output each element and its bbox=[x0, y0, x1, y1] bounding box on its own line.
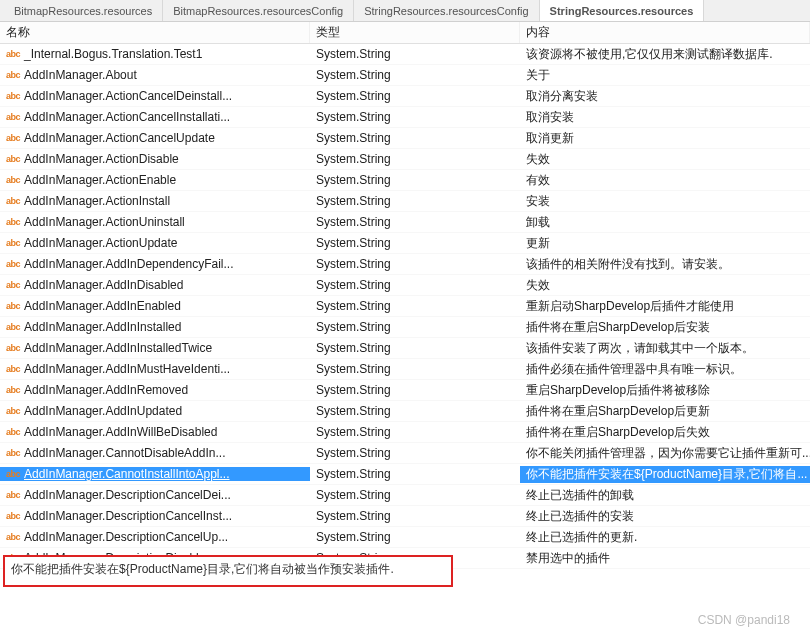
cell-content[interactable]: 你不能关闭插件管理器，因为你需要它让插件重新可... bbox=[520, 445, 810, 462]
cell-name[interactable]: abcAddInManager.AddInInstalled bbox=[0, 320, 310, 334]
cell-type[interactable]: System.String bbox=[310, 404, 520, 418]
cell-type[interactable]: System.String bbox=[310, 89, 520, 103]
table-row[interactable]: abcAddInManager.AddInDependencyFail...Sy… bbox=[0, 254, 810, 275]
cell-content[interactable]: 失效 bbox=[520, 277, 810, 294]
cell-name[interactable]: abcAddInManager.ActionCancelDeinstall... bbox=[0, 89, 310, 103]
table-row[interactable]: abcAddInManager.CannotInstallIntoAppl...… bbox=[0, 464, 810, 485]
cell-content[interactable]: 取消更新 bbox=[520, 130, 810, 147]
cell-type[interactable]: System.String bbox=[310, 362, 520, 376]
table-row[interactable]: abcAddInManager.AddInInstalledSystem.Str… bbox=[0, 317, 810, 338]
cell-content[interactable]: 该资源将不被使用,它仅仅用来测试翻译数据库. bbox=[520, 46, 810, 63]
table-row[interactable]: abcAddInManager.AddInMustHaveIdenti...Sy… bbox=[0, 359, 810, 380]
cell-type[interactable]: System.String bbox=[310, 152, 520, 166]
cell-content[interactable]: 有效 bbox=[520, 172, 810, 189]
cell-name[interactable]: abcAddInManager.AddInRemoved bbox=[0, 383, 310, 397]
cell-type[interactable]: System.String bbox=[310, 530, 520, 544]
cell-name[interactable]: abcAddInManager.DescriptionCancelUp... bbox=[0, 530, 310, 544]
tab-1[interactable]: BitmapResources.resourcesConfig bbox=[163, 0, 354, 21]
table-row[interactable]: abcAddInManager.ActionUninstallSystem.St… bbox=[0, 212, 810, 233]
cell-type[interactable]: System.String bbox=[310, 383, 520, 397]
table-row[interactable]: abcAddInManager.ActionCancelDeinstall...… bbox=[0, 86, 810, 107]
cell-name[interactable]: abcAddInManager.ActionEnable bbox=[0, 173, 310, 187]
tab-2[interactable]: StringResources.resourcesConfig bbox=[354, 0, 539, 21]
table-row[interactable]: abcAddInManager.AddInDisabledSystem.Stri… bbox=[0, 275, 810, 296]
table-row[interactable]: abcAddInManager.CannotDisableAddIn...Sys… bbox=[0, 443, 810, 464]
detail-value-box[interactable]: 你不能把插件安装在${ProductName}目录,它们将自动被当作预安装插件. bbox=[3, 555, 453, 587]
cell-type[interactable]: System.String bbox=[310, 425, 520, 439]
cell-name[interactable]: abcAddInManager.DescriptionCancelInst... bbox=[0, 509, 310, 523]
cell-content[interactable]: 禁用选中的插件 bbox=[520, 550, 810, 567]
cell-type[interactable]: System.String bbox=[310, 341, 520, 355]
table-row[interactable]: abcAddInManager.ActionUpdateSystem.Strin… bbox=[0, 233, 810, 254]
cell-content[interactable]: 该插件安装了两次，请卸载其中一个版本。 bbox=[520, 340, 810, 357]
table-row[interactable]: abcAddInManager.DescriptionCancelUp...Sy… bbox=[0, 527, 810, 548]
table-row[interactable]: abcAddInManager.AboutSystem.String关于 bbox=[0, 65, 810, 86]
cell-content[interactable]: 插件将在重启SharpDevelop后更新 bbox=[520, 403, 810, 420]
cell-name[interactable]: abc_Internal.Bogus.Translation.Test1 bbox=[0, 47, 310, 61]
table-row[interactable]: abcAddInManager.ActionCancelUpdateSystem… bbox=[0, 128, 810, 149]
tab-0[interactable]: BitmapResources.resources bbox=[4, 0, 163, 21]
table-row[interactable]: abcAddInManager.DescriptionCancelInst...… bbox=[0, 506, 810, 527]
table-row[interactable]: abcAddInManager.AddInWillBeDisabledSyste… bbox=[0, 422, 810, 443]
cell-content[interactable]: 更新 bbox=[520, 235, 810, 252]
cell-type[interactable]: System.String bbox=[310, 173, 520, 187]
cell-name[interactable]: abcAddInManager.ActionUpdate bbox=[0, 236, 310, 250]
cell-type[interactable]: System.String bbox=[310, 131, 520, 145]
cell-name[interactable]: abcAddInManager.About bbox=[0, 68, 310, 82]
cell-type[interactable]: System.String bbox=[310, 320, 520, 334]
cell-content[interactable]: 取消安装 bbox=[520, 109, 810, 126]
cell-name[interactable]: abcAddInManager.AddInEnabled bbox=[0, 299, 310, 313]
tab-3[interactable]: StringResources.resources bbox=[540, 0, 705, 21]
table-row[interactable]: abcAddInManager.ActionDisableSystem.Stri… bbox=[0, 149, 810, 170]
cell-name[interactable]: abcAddInManager.AddInDependencyFail... bbox=[0, 257, 310, 271]
cell-name[interactable]: abcAddInManager.ActionInstall bbox=[0, 194, 310, 208]
cell-content[interactable]: 插件必须在插件管理器中具有唯一标识。 bbox=[520, 361, 810, 378]
cell-type[interactable]: System.String bbox=[310, 47, 520, 61]
table-row[interactable]: abcAddInManager.AddInRemovedSystem.Strin… bbox=[0, 380, 810, 401]
table-row[interactable]: abcAddInManager.AddInEnabledSystem.Strin… bbox=[0, 296, 810, 317]
cell-name[interactable]: abcAddInManager.AddInWillBeDisabled bbox=[0, 425, 310, 439]
cell-name[interactable]: abcAddInManager.AddInUpdated bbox=[0, 404, 310, 418]
cell-name[interactable]: abcAddInManager.AddInInstalledTwice bbox=[0, 341, 310, 355]
cell-type[interactable]: System.String bbox=[310, 236, 520, 250]
header-name[interactable]: 名称 bbox=[0, 22, 310, 43]
cell-content[interactable]: 插件将在重启SharpDevelop后安装 bbox=[520, 319, 810, 336]
cell-content[interactable]: 终止已选插件的卸载 bbox=[520, 487, 810, 504]
cell-name[interactable]: abcAddInManager.CannotDisableAddIn... bbox=[0, 446, 310, 460]
table-row[interactable]: abcAddInManager.ActionInstallSystem.Stri… bbox=[0, 191, 810, 212]
table-row[interactable]: abcAddInManager.AddInUpdatedSystem.Strin… bbox=[0, 401, 810, 422]
cell-content[interactable]: 终止已选插件的更新. bbox=[520, 529, 810, 546]
cell-type[interactable]: System.String bbox=[310, 299, 520, 313]
cell-name[interactable]: abcAddInManager.AddInMustHaveIdenti... bbox=[0, 362, 310, 376]
cell-name[interactable]: abcAddInManager.ActionDisable bbox=[0, 152, 310, 166]
cell-type[interactable]: System.String bbox=[310, 257, 520, 271]
cell-name[interactable]: abcAddInManager.ActionUninstall bbox=[0, 215, 310, 229]
cell-name[interactable]: abcAddInManager.CannotInstallIntoAppl... bbox=[0, 467, 310, 481]
cell-content[interactable]: 重启SharpDevelop后插件将被移除 bbox=[520, 382, 810, 399]
cell-name[interactable]: abcAddInManager.ActionCancelUpdate bbox=[0, 131, 310, 145]
cell-content[interactable]: 安装 bbox=[520, 193, 810, 210]
resource-grid[interactable]: abc_Internal.Bogus.Translation.Test1Syst… bbox=[0, 44, 810, 569]
cell-content[interactable]: 关于 bbox=[520, 67, 810, 84]
cell-content[interactable]: 你不能把插件安装在${ProductName}目录,它们将自... bbox=[520, 466, 810, 483]
cell-type[interactable]: System.String bbox=[310, 194, 520, 208]
cell-type[interactable]: System.String bbox=[310, 110, 520, 124]
cell-type[interactable]: System.String bbox=[310, 215, 520, 229]
cell-content[interactable]: 取消分离安装 bbox=[520, 88, 810, 105]
cell-name[interactable]: abcAddInManager.ActionCancelInstallati..… bbox=[0, 110, 310, 124]
table-row[interactable]: abc_Internal.Bogus.Translation.Test1Syst… bbox=[0, 44, 810, 65]
cell-type[interactable]: System.String bbox=[310, 68, 520, 82]
table-row[interactable]: abcAddInManager.DescriptionCancelDei...S… bbox=[0, 485, 810, 506]
header-content[interactable]: 内容 bbox=[520, 22, 810, 43]
table-row[interactable]: abcAddInManager.ActionEnableSystem.Strin… bbox=[0, 170, 810, 191]
cell-content[interactable]: 失效 bbox=[520, 151, 810, 168]
cell-content[interactable]: 终止已选插件的安装 bbox=[520, 508, 810, 525]
cell-content[interactable]: 卸载 bbox=[520, 214, 810, 231]
header-type[interactable]: 类型 bbox=[310, 22, 520, 43]
cell-name[interactable]: abcAddInManager.AddInDisabled bbox=[0, 278, 310, 292]
cell-content[interactable]: 插件将在重启SharpDevelop后失效 bbox=[520, 424, 810, 441]
table-row[interactable]: abcAddInManager.AddInInstalledTwiceSyste… bbox=[0, 338, 810, 359]
cell-name[interactable]: abcAddInManager.DescriptionCancelDei... bbox=[0, 488, 310, 502]
cell-content[interactable]: 该插件的相关附件没有找到。请安装。 bbox=[520, 256, 810, 273]
cell-type[interactable]: System.String bbox=[310, 278, 520, 292]
